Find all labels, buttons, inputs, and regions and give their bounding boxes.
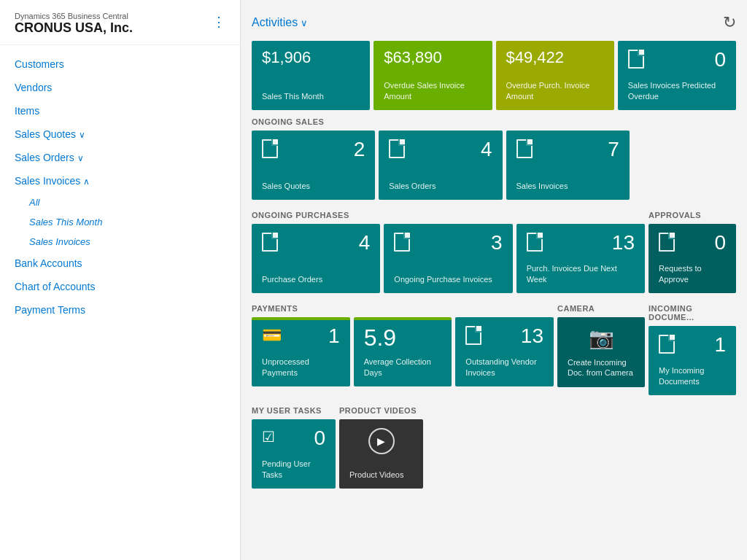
- sidebar: Dynamics 365 Business Central CRONUS USA…: [0, 0, 241, 560]
- tile-label: Average Collection Days: [364, 357, 442, 378]
- tile-unprocessed-payments[interactable]: 💳 1 Unprocessed Payments: [252, 317, 350, 386]
- sidebar-item-vendors[interactable]: Vendors: [0, 76, 240, 99]
- tile-value: 0: [314, 428, 325, 448]
- approvals-row: 0 Requests to Approve: [649, 224, 736, 293]
- sidebar-item-sales-quotes[interactable]: Sales Quotes ∨: [0, 122, 240, 146]
- tile-value: 7: [608, 139, 619, 160]
- section-product-videos: PRODUCT VIDEOS: [339, 406, 423, 415]
- doc-icon: [659, 335, 675, 354]
- tile-value: $63,890: [384, 50, 481, 66]
- tile-label: My Incoming Documents: [659, 365, 726, 386]
- refresh-icon[interactable]: ↻: [723, 13, 736, 32]
- ongoing-sales-row: 2 Sales Quotes 4 Sales Orders 7 Sales In…: [252, 131, 736, 200]
- sidebar-item-payment-terms[interactable]: Payment Terms: [0, 298, 240, 322]
- tile-label: Ongoing Purchase Invoices: [394, 274, 502, 284]
- tile-value: $49,422: [506, 50, 604, 66]
- doc-icon: [516, 139, 533, 158]
- sales-invoices-submenu: All Sales This Month Sales Invoices: [0, 192, 240, 252]
- user-tasks-row: ☑ 0 Pending User Tasks: [252, 419, 336, 489]
- company-name: CRONUS USA, Inc.: [15, 20, 225, 36]
- sidebar-item-sales-invoices[interactable]: Sales Invoices ∧: [0, 169, 240, 192]
- tile-value: 2: [354, 139, 365, 160]
- tile-value: 4: [359, 233, 371, 253]
- section-user-tasks: MY USER TASKS: [252, 406, 336, 415]
- tile-purchase-orders[interactable]: 4 Purchase Orders: [252, 224, 380, 293]
- tile-overdue-purch-invoice-amount[interactable]: $49,422 Overdue Purch. Invoice Amount: [496, 41, 614, 110]
- tile-label: Sales Invoices Predicted Overdue: [628, 80, 726, 101]
- sidebar-sub-all[interactable]: All: [29, 192, 240, 212]
- payment-icon: 💳: [262, 326, 282, 345]
- purchases-approvals-section: ONGOING PURCHASES 4 Purchase Orders 3 On…: [252, 203, 736, 297]
- tile-label: Purchase Orders: [262, 274, 370, 284]
- sidebar-item-items[interactable]: Items: [0, 99, 240, 122]
- tile-create-incoming-doc-from-camera[interactable]: 📷 Create Incoming Doc. from Camera: [557, 317, 645, 387]
- section-ongoing-purchases: ONGOING PURCHASES: [252, 211, 645, 219]
- tile-sales-this-month[interactable]: $1,906 Sales This Month: [252, 41, 370, 110]
- tile-value: 0: [714, 233, 726, 253]
- checklist-icon: ☑: [262, 428, 275, 446]
- tile-label: Purch. Invoices Due Next Week: [527, 263, 635, 284]
- doc-icon: [527, 233, 543, 252]
- tile-outstanding-vendor-invoices[interactable]: 13 Outstanding Vendor Invoices: [455, 317, 554, 386]
- incoming-docs-row: 1 My Incoming Documents: [649, 326, 736, 395]
- main-content: Activities ∨ ↻ $1,906 Sales This Month $…: [241, 0, 747, 560]
- tile-sales-quotes[interactable]: 2 Sales Quotes: [252, 131, 375, 200]
- ongoing-purchases-row: 4 Purchase Orders 3 Ongoing Purchase Inv…: [252, 224, 645, 293]
- tile-sales-invoices[interactable]: 7 Sales Invoices: [506, 131, 630, 200]
- tile-label: Sales This Month: [262, 91, 360, 101]
- doc-icon: [628, 50, 644, 69]
- tile-overdue-sales-invoice-amount[interactable]: $63,890 Overdue Sales Invoice Amount: [374, 41, 492, 110]
- section-approvals: APPROVALS: [649, 211, 736, 219]
- payments-row: 💳 1 Unprocessed Payments 5.9 Average Col…: [252, 317, 554, 386]
- tile-my-incoming-documents[interactable]: 1 My Incoming Documents: [649, 326, 736, 395]
- tile-label: Product Videos: [349, 470, 413, 480]
- sidebar-item-sales-orders[interactable]: Sales Orders ∨: [0, 146, 240, 169]
- sidebar-sub-sales-invoices[interactable]: Sales Invoices: [29, 232, 240, 252]
- top-tiles-row: $1,906 Sales This Month $63,890 Overdue …: [252, 41, 736, 110]
- activities-label[interactable]: Activities ∨: [252, 16, 308, 29]
- sidebar-header: Dynamics 365 Business Central CRONUS USA…: [0, 0, 240, 45]
- tile-label: Create Incoming Doc. from Camera: [568, 357, 635, 378]
- tile-label: Unprocessed Payments: [262, 357, 340, 378]
- tile-label: Pending User Tasks: [262, 459, 325, 480]
- tile-label: Overdue Sales Invoice Amount: [384, 80, 481, 101]
- tile-sales-invoices-predicted-overdue[interactable]: 0 Sales Invoices Predicted Overdue: [618, 41, 736, 110]
- tile-avg-collection-days[interactable]: 5.9 Average Collection Days: [354, 317, 452, 386]
- tile-value: 5.9: [364, 326, 442, 349]
- payments-camera-docs-section: PAYMENTS 💳 1 Unprocessed Payments 5.9 Av…: [252, 297, 736, 399]
- tile-value: 0: [714, 50, 726, 70]
- sidebar-nav: Customers Vendors Items Sales Quotes ∨ S…: [0, 45, 240, 560]
- doc-icon: [262, 233, 278, 252]
- tile-value: 13: [612, 233, 635, 253]
- tile-value: 1: [714, 335, 726, 355]
- tile-sales-orders[interactable]: 4 Sales Orders: [379, 131, 502, 200]
- tile-ongoing-purchase-invoices[interactable]: 3 Ongoing Purchase Invoices: [384, 224, 512, 293]
- tile-label: Sales Quotes: [262, 181, 365, 191]
- tile-purch-invoices-due-next-week[interactable]: 13 Purch. Invoices Due Next Week: [516, 224, 645, 293]
- tile-pending-user-tasks[interactable]: ☑ 0 Pending User Tasks: [252, 419, 336, 489]
- tile-requests-to-approve[interactable]: 0 Requests to Approve: [649, 224, 736, 293]
- tile-value: 1: [328, 326, 340, 346]
- camera-row: 📷 Create Incoming Doc. from Camera: [557, 317, 645, 387]
- sidebar-item-chart-of-accounts[interactable]: Chart of Accounts: [0, 275, 240, 298]
- main-header: Activities ∨ ↻: [252, 7, 736, 41]
- tile-label: Overdue Purch. Invoice Amount: [506, 80, 604, 101]
- tile-label: Outstanding Vendor Invoices: [465, 357, 543, 378]
- doc-icon: [394, 233, 410, 252]
- chevron-down-icon: ∨: [301, 18, 308, 28]
- sidebar-item-bank-accounts[interactable]: Bank Accounts: [0, 252, 240, 275]
- doc-icon: [262, 139, 278, 158]
- tile-label: Sales Orders: [389, 181, 492, 191]
- tile-value: 3: [491, 233, 503, 253]
- doc-icon: [659, 233, 675, 252]
- product-videos-row: ▶ Product Videos: [339, 419, 423, 489]
- tile-label: Sales Invoices: [516, 181, 619, 191]
- section-payments: PAYMENTS: [252, 304, 554, 313]
- tile-product-videos[interactable]: ▶ Product Videos: [339, 419, 423, 489]
- dots-menu[interactable]: ⋮: [212, 15, 225, 28]
- app-name: Dynamics 365 Business Central: [15, 12, 225, 20]
- tasks-videos-section: MY USER TASKS ☑ 0 Pending User Tasks PRO…: [252, 399, 736, 489]
- section-ongoing-sales: ONGOING SALES: [252, 117, 736, 126]
- sidebar-sub-sales-this-month[interactable]: Sales This Month: [29, 212, 240, 232]
- sidebar-item-customers[interactable]: Customers: [0, 52, 240, 76]
